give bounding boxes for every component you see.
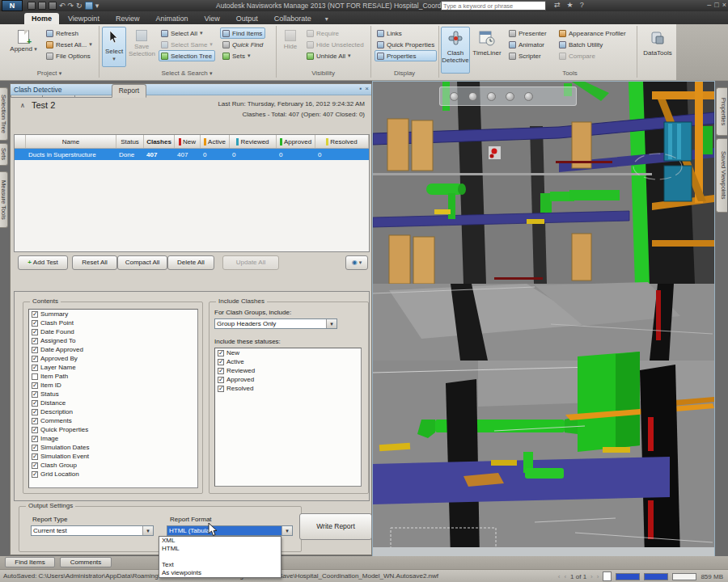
checkbox[interactable] <box>32 391 38 398</box>
list-item[interactable]: Clash Group <box>29 461 197 470</box>
append-button[interactable]: + Append ▾ <box>6 27 40 53</box>
table-row[interactable]: Ducts in Superstructure Done 407 407 0 0… <box>15 149 369 160</box>
tab-output[interactable]: Output <box>229 13 265 24</box>
statuses-list[interactable]: New Active Reviewed Approved Resolved <box>214 348 362 487</box>
checkbox[interactable] <box>32 338 38 344</box>
list-item[interactable]: Date Found <box>29 327 197 336</box>
checkbox[interactable] <box>32 320 38 327</box>
open-icon[interactable] <box>28 2 36 10</box>
col-clashes[interactable]: Clashes <box>144 135 175 148</box>
reset-all-button[interactable]: Reset All... ▾ <box>44 39 95 50</box>
checkbox[interactable] <box>32 311 38 318</box>
panel-pin-icon[interactable]: ▪ <box>359 85 362 92</box>
tab-viewpoint[interactable]: Viewpoint <box>61 13 107 24</box>
col-name[interactable]: Name <box>26 135 116 148</box>
checkbox[interactable] <box>32 365 38 371</box>
select-tool-icon[interactable] <box>85 2 93 10</box>
save-icon[interactable] <box>38 2 46 10</box>
list-item[interactable]: Approved <box>215 375 361 384</box>
quick-find-button[interactable]: Quick Find <box>220 39 265 50</box>
maximize-icon[interactable]: □ <box>714 1 718 9</box>
refresh-button[interactable]: Refresh <box>44 27 95 39</box>
tab-animation[interactable]: Animation <box>148 13 195 24</box>
qat-dropdown-icon[interactable]: ▾ <box>95 2 99 10</box>
report-export-button[interactable]: ◉ ▾ <box>345 255 368 270</box>
search-input[interactable] <box>441 1 546 11</box>
appearance-profiler-button[interactable]: Appearance Profiler <box>557 27 629 39</box>
delete-all-button[interactable]: Delete All <box>167 255 214 270</box>
list-item[interactable]: Simulation Dates <box>29 443 197 452</box>
timeliner-button[interactable]: TimeLiner <box>472 27 502 74</box>
undo-icon[interactable]: ↶ <box>59 2 66 10</box>
list-item[interactable]: Clash Point <box>29 318 197 327</box>
dropdown-option[interactable]: As viewpoints <box>159 569 281 577</box>
list-item[interactable]: Grid Location <box>29 470 197 479</box>
tab-home[interactable]: Home <box>24 13 59 24</box>
visibility-group-label[interactable]: Visibility <box>276 70 370 77</box>
checkbox[interactable] <box>32 400 38 407</box>
look-icon[interactable] <box>524 92 533 101</box>
dropdown-option[interactable]: HTML (Tabular) <box>159 553 281 561</box>
add-test-button[interactable]: +Add Test <box>18 255 68 270</box>
save-selection-button[interactable]: Save Selection <box>128 27 155 67</box>
selection-tree-button[interactable]: Selection Tree <box>159 50 215 61</box>
report-type-combobox[interactable]: Current test ▾ <box>31 525 154 536</box>
list-item[interactable]: Item Path <box>29 372 197 381</box>
batch-utility-button[interactable]: Batch Utility <box>557 39 629 50</box>
checkbox[interactable] <box>218 359 224 365</box>
clash-detective-button[interactable]: Clash Detective <box>441 27 470 74</box>
presenter-button[interactable]: Presenter <box>506 27 549 39</box>
last-sheet-icon[interactable]: › <box>597 573 599 580</box>
select-all-button[interactable]: Select All ▾ <box>159 27 215 39</box>
compare-button[interactable]: Compare <box>557 50 629 61</box>
sync-icon[interactable]: ⇄ <box>554 1 561 9</box>
unhide-all-button[interactable]: Unhide All ▾ <box>304 50 366 61</box>
checkbox[interactable] <box>32 445 38 451</box>
checkbox[interactable] <box>32 347 38 353</box>
hide-unselected-button[interactable]: Hide Unselected <box>304 39 366 50</box>
display-group-label[interactable]: Display <box>370 70 438 77</box>
require-button[interactable]: Require <box>304 27 366 39</box>
list-item[interactable]: Status <box>29 390 197 399</box>
checkbox[interactable] <box>218 377 224 383</box>
tab-report[interactable]: Report <box>112 84 147 98</box>
checkbox[interactable] <box>32 471 38 478</box>
compact-all-button[interactable]: Compact All <box>117 255 167 270</box>
checkbox[interactable] <box>218 350 224 356</box>
next-sheet-icon[interactable]: › <box>590 573 593 580</box>
file-options-button[interactable]: File Options <box>44 50 95 61</box>
dropdown-option[interactable]: HTML <box>159 545 281 553</box>
write-report-button[interactable]: Write Report <box>299 513 372 540</box>
list-item[interactable]: Comments <box>29 416 197 425</box>
sheet-browser-icon[interactable] <box>603 571 612 581</box>
favorites-icon[interactable]: ★ <box>567 1 574 9</box>
checkbox[interactable] <box>218 368 224 374</box>
dock-tab-comments[interactable]: Comments <box>60 557 112 567</box>
list-item[interactable]: Date Approved <box>29 345 197 354</box>
col-resolved[interactable]: Resolved <box>315 135 369 148</box>
list-item[interactable]: Quick Properties <box>29 425 197 434</box>
table-header[interactable]: Name Status Clashes New Active Reviewed … <box>15 135 369 149</box>
dropdown-option[interactable]: Text <box>159 561 281 569</box>
checkbox[interactable] <box>32 453 38 460</box>
checkbox[interactable] <box>32 462 38 469</box>
col-new[interactable]: New <box>175 135 201 148</box>
viewport-3d[interactable] <box>372 81 715 558</box>
test-collapse-icon[interactable]: ∧ <box>20 102 25 109</box>
dock-tab-find-items[interactable]: Find Items <box>5 557 55 567</box>
pan-icon[interactable] <box>468 92 477 101</box>
checkbox[interactable] <box>32 409 38 415</box>
hide-button[interactable]: Hide <box>279 27 302 67</box>
list-item[interactable]: Description <box>29 407 197 416</box>
list-item[interactable]: Reviewed <box>215 366 361 375</box>
datatools-button[interactable]: DataTools <box>641 27 675 74</box>
list-item[interactable]: Image <box>29 434 197 443</box>
list-item[interactable]: Active <box>215 357 361 366</box>
contents-list[interactable]: Summary Clash Point Date Found Assigned … <box>28 309 198 488</box>
help-icon[interactable]: ? <box>580 1 584 9</box>
ribbon-options-icon[interactable]: ▾ <box>320 14 333 24</box>
select-same-button[interactable]: Select Same ▾ <box>159 39 215 50</box>
tab-collaborate[interactable]: Collaborate <box>267 13 319 24</box>
dropdown-option[interactable]: XML <box>159 537 281 545</box>
col-status[interactable]: Status <box>116 135 144 148</box>
